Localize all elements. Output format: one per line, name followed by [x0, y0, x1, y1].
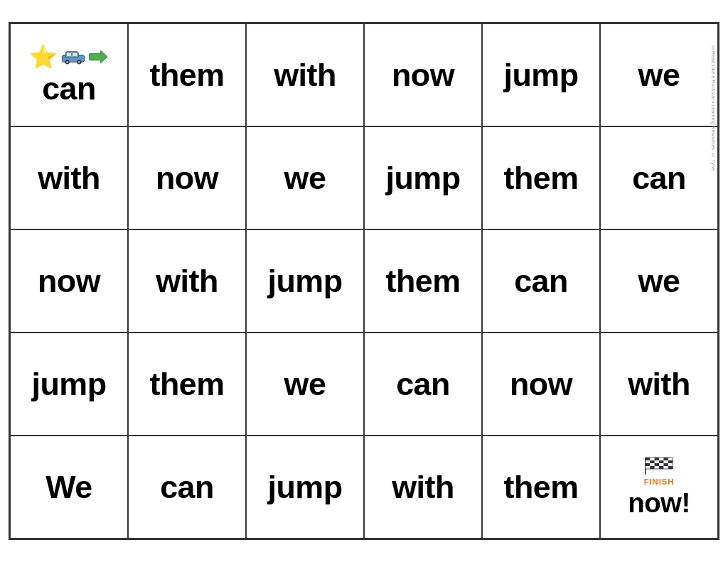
watermark-text: ©Read Like a Rockstar • Learning Resourc… [710, 45, 716, 171]
svg-rect-21 [659, 466, 663, 469]
cell-now-r2: now [128, 126, 246, 229]
cell-word: can [160, 469, 214, 505]
svg-marker-8 [90, 50, 107, 63]
cell-word: them [149, 57, 224, 93]
cell-word: we [284, 366, 326, 402]
cell-word: with [156, 263, 218, 299]
svg-rect-18 [655, 463, 659, 466]
cell-now-r4: now [482, 333, 600, 436]
finish-label: FINISH [644, 477, 675, 486]
cell-we-r3: we [600, 229, 718, 333]
cell-can-r5: can [128, 436, 246, 539]
cell-word: them [149, 366, 224, 402]
cell-with-r2: with [10, 126, 128, 229]
cell-finish: FINISH now! [600, 436, 718, 539]
star-icon: ⭐ [29, 43, 58, 70]
svg-rect-14 [650, 460, 654, 463]
svg-rect-13 [663, 458, 668, 460]
page-container: ⭐ can them [9, 22, 719, 540]
cell-We-r5: We [10, 436, 128, 539]
svg-rect-22 [668, 466, 673, 469]
cell-jump-r2: jump [364, 126, 482, 229]
cell-can-r3: can [482, 229, 600, 333]
cell-word: we [284, 160, 326, 196]
cell-word: now [38, 263, 100, 299]
cell-jump-r5: jump [246, 436, 364, 539]
cell-word: now [156, 160, 218, 196]
cell-can-r4: can [364, 333, 482, 436]
header-cell: ⭐ can [10, 23, 128, 126]
cell-now-r3: now [10, 229, 128, 333]
cell-word: with [392, 469, 454, 505]
cell-word: jump [267, 263, 342, 299]
cell-we-r2: we [246, 126, 364, 229]
cell-word: with [38, 160, 100, 196]
cell-jump-r3: jump [246, 229, 364, 333]
cell-with-r5: with [364, 436, 482, 539]
svg-rect-19 [663, 463, 668, 466]
cell-word: them [385, 263, 460, 299]
cell-word: with [274, 57, 336, 93]
cell-with-r4: with [600, 333, 718, 436]
cell-word: we [638, 57, 680, 93]
cell-now-r1: now [364, 23, 482, 126]
finish-container: FINISH now! [628, 456, 690, 519]
cell-word: can [632, 160, 686, 196]
cell-word: now [510, 366, 572, 402]
cell-jump-r4: jump [10, 333, 128, 436]
cell-with-r1: with [246, 23, 364, 126]
cell-we-r4: we [246, 333, 364, 436]
cell-with-r3: with [128, 229, 246, 333]
cell-word: can [514, 263, 568, 299]
svg-point-7 [78, 61, 80, 63]
cell-them-r1: them [128, 23, 246, 126]
cell-them-r2: them [482, 126, 600, 229]
car-icon [60, 49, 86, 65]
svg-point-5 [66, 61, 68, 63]
svg-rect-16 [668, 460, 673, 463]
svg-rect-15 [659, 460, 663, 463]
cell-word: can [42, 70, 96, 107]
cell-word: can [396, 366, 450, 402]
cell-them-r5: them [482, 436, 600, 539]
cell-word: with [628, 366, 690, 402]
cell-them-r4: them [128, 333, 246, 436]
cell-can-r2: can [600, 126, 718, 229]
word-grid: ⭐ can them [10, 23, 718, 539]
svg-rect-17 [646, 463, 650, 466]
cell-them-r3: them [364, 229, 482, 333]
svg-rect-20 [650, 466, 654, 469]
cell-word: them [503, 160, 578, 196]
cell-word: jump [267, 469, 342, 505]
cell-word: we [638, 263, 680, 299]
svg-rect-2 [66, 53, 71, 56]
arrow-icon [89, 50, 109, 64]
svg-rect-3 [73, 53, 77, 56]
icons-container: ⭐ [29, 43, 109, 70]
svg-rect-12 [655, 458, 659, 460]
cell-word: jump [503, 57, 578, 93]
cell-word: We [46, 469, 92, 505]
cell-word: now [392, 57, 454, 93]
cell-word: them [503, 469, 578, 505]
cell-word: jump [31, 366, 106, 402]
finish-flag-icon [642, 456, 676, 476]
cell-word: jump [385, 160, 460, 196]
cell-word: now! [628, 487, 690, 519]
svg-rect-11 [646, 458, 650, 460]
cell-we-r1: we [600, 23, 718, 126]
cell-jump-r1: jump [482, 23, 600, 126]
